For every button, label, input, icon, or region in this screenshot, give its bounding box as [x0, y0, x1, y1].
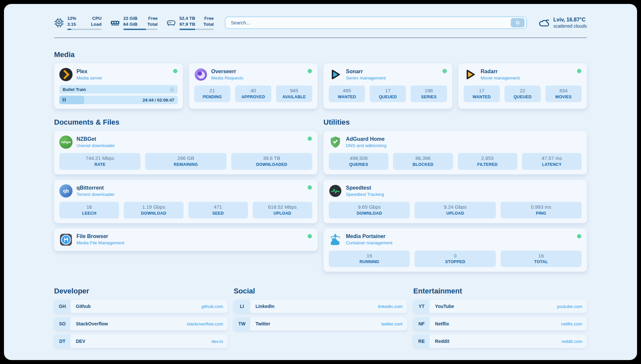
stat-value: 64 GiB — [123, 21, 137, 27]
service-card-overseerr[interactable]: OverseerrMedia Requests21PENDING40APPROV… — [189, 63, 318, 109]
stat-label: PENDING — [196, 95, 229, 100]
stat-box-approved: 40APPROVED — [235, 85, 271, 102]
middle-columns: Documents & Files nzbgetNZBGetUsenet dow… — [54, 118, 587, 272]
bookmark-link-stackoverflow[interactable]: SOStackOverflowstackoverflow.com — [54, 317, 228, 330]
app-window: 12%CPU3.15Load22 GiBFree64 GiBTotal52.4 … — [0, 0, 641, 364]
search-bar[interactable]: G — [225, 16, 527, 29]
service-text: qBittorrentTorrent downloader — [76, 185, 115, 197]
now-playing-widget: Bullet Train◎24:44 / 02:06:47 — [59, 85, 178, 104]
stat-value: 21 — [196, 88, 229, 94]
bookmark-link-github[interactable]: GHGithubgithub.com — [54, 300, 228, 313]
stat-row: 9.65 GbpsDOWNLOAD9.24 GbpsUPLOAD0.993 ms… — [329, 202, 582, 219]
stat-value: 16 — [502, 253, 580, 259]
search-input[interactable] — [230, 20, 511, 26]
section-title-documents: Documents & Files — [54, 118, 318, 127]
stat-value: 744.21 Mbps — [61, 155, 139, 162]
stat-label: RUNNING — [330, 259, 409, 264]
section-title-utilities: Utilities — [323, 118, 587, 127]
stat-box-total: 16TOTAL — [501, 251, 582, 267]
stat-row: 498,508QUERIES86,396BLOCKED2,953FILTERED… — [329, 153, 582, 170]
stat-value: 471 — [190, 204, 247, 210]
service-subtitle: DNS and adblocking — [346, 143, 386, 148]
bookmark-url: netflix.com — [561, 321, 587, 326]
section-title-entertainment: Entertainment — [413, 287, 587, 295]
service-subtitle: Series management — [346, 76, 386, 81]
bookmark-abbr: NF — [413, 317, 430, 330]
service-title: Plex — [76, 68, 102, 75]
pause-icon[interactable] — [63, 98, 67, 103]
bookmark-link-linkedin[interactable]: LILinkedInlinkedin.com — [234, 300, 408, 313]
stat-box-upload: 618.52 MbpsUPLOAD — [253, 202, 312, 219]
usage-progressbar-fill — [179, 29, 195, 30]
service-card-nzbget[interactable]: nzbgetNZBGetUsenet downloader744.21 Mbps… — [54, 131, 318, 174]
system-stat-cpu: 12%CPU3.15Load — [54, 15, 102, 30]
service-subtitle: Movie management — [481, 76, 520, 81]
service-text: OverseerrMedia Requests — [211, 68, 244, 81]
service-card-plex[interactable]: PlexMedia serverBullet Train◎24:44 / 02:… — [54, 63, 183, 109]
speedtest-icon — [329, 184, 342, 197]
bookmarks: DeveloperGHGithubgithub.comSOStackOverfl… — [54, 287, 587, 352]
stat-value: 498,508 — [330, 155, 387, 162]
bookmark-group-entertainment: EntertainmentYTYouTubeyoutube.comNFNetfl… — [413, 287, 587, 352]
stat-value: 52.4 TB — [179, 15, 195, 21]
service-card-sonarr[interactable]: SonarrSeries management485WANTED17QUEUED… — [323, 63, 452, 109]
service-card-media-portainer[interactable]: Media PortainerContainer management16RUN… — [323, 228, 587, 272]
bookmark-name: Github — [71, 304, 201, 309]
bookmark-abbr: TW — [234, 317, 250, 330]
service-card-qbittorrent[interactable]: qbqBittorrentTorrent downloader16LEECH1.… — [54, 180, 318, 223]
service-subtitle: Speedtest Tracking — [346, 192, 384, 197]
session-info-icon[interactable]: ◎ — [170, 87, 174, 92]
bookmark-link-youtube[interactable]: YTYouTubeyoutube.com — [413, 300, 587, 313]
stat-value: 9.24 Gbps — [416, 204, 494, 210]
stat-label: WANTED — [465, 95, 499, 100]
bookmark-name: StackOverflow — [71, 321, 187, 326]
stat-box-download: 1.19 GbpsDOWNLOAD — [124, 202, 183, 219]
stat-value: 16 — [330, 253, 409, 259]
media-cards: PlexMedia serverBullet Train◎24:44 / 02:… — [54, 63, 587, 109]
bookmark-link-netflix[interactable]: NFNetflixnetflix.com — [413, 317, 587, 330]
bookmark-name: DEV — [71, 339, 211, 344]
header-divider — [54, 38, 587, 38]
service-title: qBittorrent — [76, 185, 115, 191]
stat-box-wanted: 17WANTED — [464, 85, 500, 102]
service-subtitle: Media Requests — [211, 76, 244, 81]
system-stat-disk: 52.4 TBFree97.9 TBTotal — [166, 15, 214, 30]
usage-progressbar-fill — [67, 29, 71, 30]
service-card-adguard-home[interactable]: AdGuard HomeDNS and adblocking498,508QUE… — [323, 131, 587, 174]
stat-label: DOWNLOAD — [125, 211, 182, 216]
stat-box-queries: 498,508QUERIES — [329, 153, 388, 170]
ram-icon — [110, 18, 120, 28]
service-card-speedtest[interactable]: SpeedtestSpeedtest Tracking9.65 GbpsDOWN… — [323, 180, 587, 223]
bookmark-group-social: SocialLILinkedInlinkedin.comTWTwittertwi… — [234, 287, 408, 352]
service-card-radarr[interactable]: RadarrMovie management17WANTED22QUEUED83… — [458, 63, 587, 109]
service-title: Speedtest — [346, 185, 384, 191]
bookmark-url: youtube.com — [557, 304, 587, 309]
bookmark-name: Netflix — [430, 321, 561, 326]
stat-box-queued: 17QUEUED — [370, 85, 406, 102]
bookmark-name: YouTube — [430, 304, 557, 309]
bookmark-link-twitter[interactable]: TWTwittertwitter.com — [234, 317, 408, 330]
bookmark-abbr: LI — [234, 300, 250, 313]
bookmark-name: LinkedIn — [250, 304, 378, 309]
stat-box-blocked: 86,396BLOCKED — [393, 153, 453, 170]
status-dot — [308, 136, 312, 141]
service-title: Radarr — [481, 68, 520, 75]
stat-value: 196 — [412, 88, 445, 94]
search-engine-button[interactable]: G — [511, 18, 525, 27]
section-title-social: Social — [234, 287, 408, 295]
dashboard-main: Media PlexMedia serverBullet Train◎24:44… — [54, 50, 587, 352]
bookmark-link-reddit[interactable]: RERedditreddit.com — [413, 335, 587, 348]
stat-box-running: 16RUNNING — [329, 251, 410, 267]
bookmark-abbr: DT — [54, 335, 71, 348]
stat-label: Total — [203, 21, 214, 27]
service-card-file-browser[interactable]: File BrowserMedia File Management — [54, 228, 318, 251]
system-stat-ram: 22 GiBFree64 GiBTotal — [110, 15, 158, 30]
stat-label: QUEUED — [371, 95, 405, 100]
bookmark-link-dev[interactable]: DTDEVdev.to — [54, 335, 228, 348]
stat-row: 16LEECH1.19 GbpsDOWNLOAD471SEED618.52 Mb… — [59, 202, 312, 219]
stat-value: 1.19 Gbps — [125, 204, 182, 210]
section-documents: Documents & Files nzbgetNZBGetUsenet dow… — [54, 118, 318, 272]
stat-label: PING — [502, 211, 580, 216]
stat-box-leech: 16LEECH — [59, 202, 119, 219]
stat-label: LEECH — [61, 211, 118, 216]
